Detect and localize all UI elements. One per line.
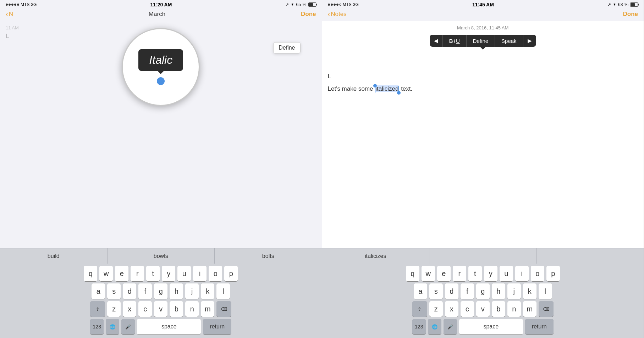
right-return-key[interactable]: return [525, 319, 554, 334]
key-v[interactable]: v [154, 301, 167, 317]
left-autocorrect-2[interactable]: bolts [215, 248, 322, 264]
rkey-i[interactable]: i [515, 266, 529, 281]
rkey-c[interactable]: c [461, 301, 474, 317]
left-globe-key[interactable]: 🌐 [106, 319, 119, 334]
key-o[interactable]: o [209, 266, 222, 281]
rkey-j[interactable]: j [507, 283, 521, 299]
rkey-d[interactable]: d [445, 283, 458, 299]
left-autocorrect-1[interactable]: bowls [108, 248, 215, 264]
left-num-key[interactable]: 123 [90, 319, 104, 334]
right-battery-icon [630, 2, 638, 7]
key-f[interactable]: f [138, 283, 152, 299]
key-l[interactable]: l [216, 283, 230, 299]
right-key-row-4: 123 🌐 🎤 space return [324, 319, 643, 334]
left-space-key[interactable]: space [137, 319, 201, 334]
rkey-v[interactable]: v [476, 301, 490, 317]
key-i[interactable]: i [193, 266, 207, 281]
rkey-f[interactable]: f [461, 283, 474, 299]
key-s[interactable]: s [107, 283, 121, 299]
format-next-btn[interactable]: ▶ [523, 35, 536, 47]
left-shift-key[interactable]: ⇧ [90, 301, 105, 317]
key-h[interactable]: h [170, 283, 183, 299]
rkey-b[interactable]: b [492, 301, 505, 317]
right-globe-key[interactable]: 🌐 [428, 319, 441, 334]
key-p[interactable]: p [224, 266, 238, 281]
left-autocorrect-0[interactable]: build [0, 248, 108, 264]
selection-end-handle[interactable] [398, 86, 399, 93]
right-time: 11:45 AM [472, 2, 494, 7]
left-battery-fill [309, 3, 313, 6]
format-define-btn[interactable]: Define [467, 35, 495, 47]
note-text-before: Let's make some [328, 85, 375, 92]
rkey-h[interactable]: h [492, 283, 505, 299]
key-m[interactable]: m [201, 301, 214, 317]
rkey-g[interactable]: g [476, 283, 490, 299]
right-autocorrect-2[interactable] [537, 248, 644, 264]
key-a[interactable]: a [92, 283, 105, 299]
left-back-button[interactable]: ‹ N [6, 10, 13, 18]
rkey-w[interactable]: w [422, 266, 435, 281]
rkey-z[interactable]: z [429, 301, 443, 317]
left-return-key[interactable]: return [203, 319, 231, 334]
right-autocorrect-0[interactable]: italicizes [322, 248, 430, 264]
format-biu-btn[interactable]: BIU [443, 35, 467, 47]
right-shift-key[interactable]: ⇧ [412, 301, 427, 317]
key-d[interactable]: d [123, 283, 136, 299]
rkey-q[interactable]: q [406, 266, 419, 281]
rkey-n[interactable]: n [507, 301, 521, 317]
key-n[interactable]: n [185, 301, 199, 317]
magnifier-overlay: Italic [122, 28, 200, 106]
rkey-y[interactable]: y [484, 266, 497, 281]
right-num-key[interactable]: 123 [412, 319, 426, 334]
rkey-o[interactable]: o [531, 266, 544, 281]
rkey-l[interactable]: l [539, 283, 552, 299]
rkey-r[interactable]: r [453, 266, 466, 281]
key-j[interactable]: j [185, 283, 199, 299]
format-prev-btn[interactable]: ◀ [430, 35, 443, 47]
right-key-row-2: a s d f g h j k l [324, 283, 643, 299]
key-c[interactable]: c [138, 301, 152, 317]
left-delete-key[interactable]: ⌫ [216, 301, 231, 317]
left-nav-title: March [149, 11, 165, 18]
key-r[interactable]: r [131, 266, 144, 281]
right-space-key[interactable]: space [459, 319, 523, 334]
right-done-button[interactable]: Done [623, 11, 638, 18]
key-g[interactable]: g [154, 283, 167, 299]
right-note-date: March 8, 2016, 11:45 AM [328, 25, 638, 30]
key-u[interactable]: u [177, 266, 191, 281]
rkey-m[interactable]: m [523, 301, 536, 317]
key-b[interactable]: b [170, 301, 183, 317]
rkey-a[interactable]: a [414, 283, 427, 299]
key-e[interactable]: e [115, 266, 128, 281]
format-toolbar-wrapper: ◀ BIU Define Speak ▶ [328, 35, 638, 52]
format-speak-btn[interactable]: Speak [495, 35, 523, 47]
key-y[interactable]: y [162, 266, 175, 281]
right-back-button[interactable]: ‹ Notes [328, 10, 347, 18]
rkey-s[interactable]: s [429, 283, 443, 299]
selection-start-handle[interactable] [375, 86, 375, 93]
left-time: 11:20 AM [150, 2, 172, 7]
key-z[interactable]: z [107, 301, 121, 317]
key-x[interactable]: x [123, 301, 136, 317]
left-battery-icon [308, 2, 316, 7]
key-t[interactable]: t [146, 266, 160, 281]
rkey-e[interactable]: e [437, 266, 451, 281]
key-k[interactable]: k [201, 283, 214, 299]
left-mic-key[interactable]: 🎤 [121, 319, 135, 334]
rkey-x[interactable]: x [445, 301, 458, 317]
rkey-t[interactable]: t [468, 266, 482, 281]
rkey-k[interactable]: k [523, 283, 536, 299]
key-w[interactable]: w [99, 266, 113, 281]
rkey-u[interactable]: u [500, 266, 513, 281]
right-battery-pct: 63 [618, 2, 623, 7]
define-popup[interactable]: Define [273, 42, 300, 53]
right-delete-key[interactable]: ⌫ [539, 301, 554, 317]
right-mic-key[interactable]: 🎤 [444, 319, 457, 334]
dot-5 [17, 4, 19, 6]
bluetooth-icon: ✶ [291, 2, 294, 7]
rkey-p[interactable]: p [546, 266, 560, 281]
left-done-button[interactable]: Done [301, 11, 316, 18]
rdot-2 [331, 4, 333, 6]
right-autocorrect-1[interactable] [429, 248, 537, 264]
key-q[interactable]: q [84, 266, 97, 281]
